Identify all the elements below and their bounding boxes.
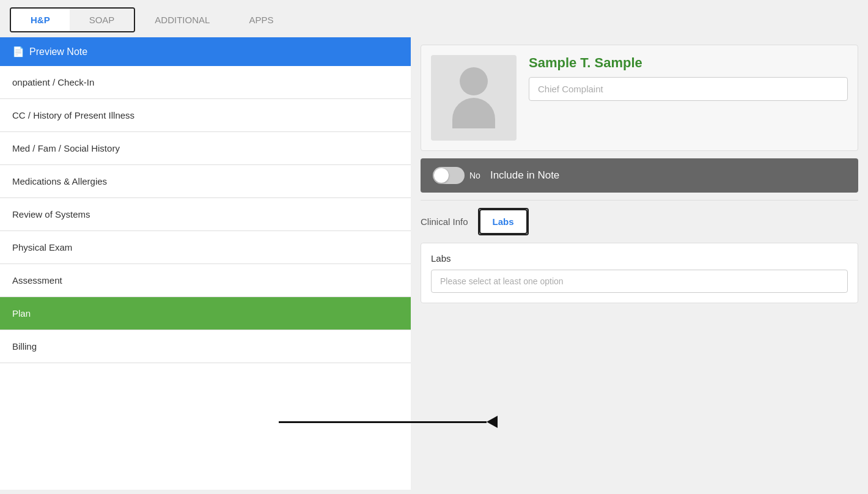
avatar-head xyxy=(460,67,488,95)
include-in-note-text: Include in Note xyxy=(490,169,559,182)
patient-name: Sample T. Sample xyxy=(529,55,848,71)
tab-additional[interactable]: ADDITIONAL xyxy=(135,7,229,32)
nav-item-assessment[interactable]: Assessment xyxy=(0,264,411,297)
tab-group: H&P SOAP xyxy=(10,7,135,32)
chief-complaint-field[interactable]: Chief Complaint xyxy=(529,77,848,101)
tab-soap[interactable]: SOAP xyxy=(70,9,134,31)
right-panel: Sample T. Sample Chief Complaint No Incl… xyxy=(411,37,868,490)
preview-note-label: Preview Note xyxy=(29,46,87,57)
nav-item-physical-exam[interactable]: Physical Exam xyxy=(0,231,411,264)
nav-item-plan[interactable]: Plan xyxy=(0,297,411,330)
toggle-track[interactable] xyxy=(433,167,465,184)
nav-item-medications-allergies[interactable]: Medications & Allergies xyxy=(0,165,411,198)
nav-item-review-of-systems[interactable]: Review of Systems xyxy=(0,198,411,231)
tab-apps[interactable]: APPS xyxy=(229,7,293,32)
patient-card: Sample T. Sample Chief Complaint xyxy=(421,45,858,151)
toggle-knob xyxy=(434,168,449,183)
labs-section: Labs Please select at least one option xyxy=(421,243,858,303)
preview-note-button[interactable]: 📄 Preview Note xyxy=(0,37,411,66)
patient-info: Sample T. Sample Chief Complaint xyxy=(529,55,848,101)
sub-tab-labs[interactable]: Labs xyxy=(479,209,528,234)
sub-tabs-row: Clinical Info Labs xyxy=(421,208,858,235)
avatar xyxy=(431,55,517,141)
avatar-figure xyxy=(452,67,495,128)
toggle-label: No xyxy=(469,171,480,180)
document-icon: 📄 xyxy=(12,46,24,57)
labs-title: Labs xyxy=(431,253,848,264)
divider xyxy=(421,200,858,201)
nav-item-onpatient-checkin[interactable]: onpatient / Check-In xyxy=(0,66,411,99)
clinical-info-label: Clinical Info xyxy=(421,210,478,233)
labs-select[interactable]: Please select at least one option xyxy=(431,270,848,293)
left-panel: 📄 Preview Note onpatient / Check-In CC /… xyxy=(0,37,411,490)
avatar-body xyxy=(452,98,495,128)
include-in-note-bar: No Include in Note xyxy=(421,158,858,193)
main-layout: 📄 Preview Note onpatient / Check-In CC /… xyxy=(0,37,868,490)
sub-tab-group: Labs xyxy=(478,208,529,235)
toggle-switch[interactable]: No xyxy=(433,167,480,184)
tab-hp[interactable]: H&P xyxy=(11,9,70,31)
top-tab-bar: H&P SOAP ADDITIONAL APPS xyxy=(0,0,868,32)
nav-item-med-fam-social[interactable]: Med / Fam / Social History xyxy=(0,132,411,165)
nav-item-cc-hpi[interactable]: CC / History of Present Illness xyxy=(0,99,411,132)
nav-item-billing[interactable]: Billing xyxy=(0,330,411,363)
nav-list: onpatient / Check-In CC / History of Pre… xyxy=(0,66,411,490)
